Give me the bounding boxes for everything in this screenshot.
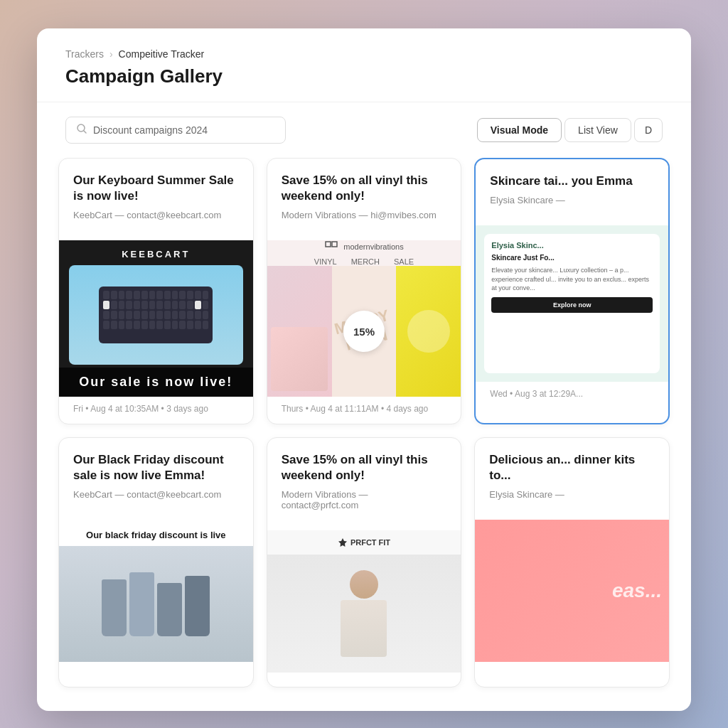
card-5-sender: Modern Vibrations — contact@prfct.com [282, 489, 447, 510]
card-3-footer: Wed • Aug 3 at 12:29A... [476, 382, 668, 409]
card-3-body: Skincare tai... you Emma Elysia Skincare… [476, 159, 668, 225]
card-skincare[interactable]: Skincare tai... you Emma Elysia Skincare… [474, 158, 670, 424]
svg-rect-2 [326, 242, 331, 247]
keebcart-logo: KEEBCART [122, 240, 190, 265]
card-6-title: Delicious an... dinner kits to... [489, 452, 655, 483]
card-1-body: Our Keyboard Summer Sale is now live! Ke… [59, 159, 253, 240]
skincare-body: Elevate your skincare... Luxury collecti… [491, 266, 653, 293]
card-2-title: Save 15% on all vinyl this weekend only! [282, 173, 447, 204]
prfct-logo: PRFCT FIT [331, 530, 397, 555]
skincare-cta[interactable]: Explore now [491, 297, 653, 313]
sale-banner: Our sale is now live! [59, 368, 253, 397]
card-3-image: Elysia Skinc... Skincare Just Fo... Elev… [476, 225, 668, 382]
card-prfct[interactable]: Save 15% on all vinyl this weekend only!… [267, 437, 462, 687]
card-4-sender: KeebCart — contact@keebcart.com [73, 489, 239, 500]
view-buttons: Visual Mode List View D [477, 118, 663, 142]
card-2-footer: Thurs • Aug 4 at 11:11AM • 4 days ago [267, 397, 461, 424]
breadcrumb-parent[interactable]: Trackers [65, 48, 104, 60]
card-vinyl-sale[interactable]: Save 15% on all vinyl this weekend only!… [267, 158, 462, 424]
card-5-body: Save 15% on all vinyl this weekend only!… [267, 438, 461, 530]
card-3-title: Skincare tai... you Emma [490, 173, 654, 189]
vinyl-content: MERRYi CAN 15% [267, 266, 461, 397]
card-2-body: Save 15% on all vinyl this weekend only!… [267, 159, 461, 240]
prfct-person [267, 555, 461, 673]
black-friday-visual: Our black friday discount is live [59, 520, 253, 662]
delicious-visual: eas... [475, 520, 669, 662]
discount-badge: 15% [343, 311, 385, 352]
gallery-grid: Our Keyboard Summer Sale is now live! Ke… [58, 158, 670, 687]
gallery: Our Keyboard Summer Sale is now live! Ke… [37, 158, 691, 709]
list-view-button[interactable]: List View [564, 118, 631, 142]
keyboard-visual: KEEBCART [59, 240, 253, 397]
toolbar: Visual Mode List View D [37, 102, 691, 158]
skincare-visual: Elysia Skinc... Skincare Just Fo... Elev… [476, 225, 668, 382]
header: Trackers › Compeitive Tracker Campaign G… [37, 28, 691, 102]
delicious-overlay: eas... [612, 579, 662, 602]
card-1-image: KEEBCART [59, 240, 253, 397]
breadcrumb-separator: › [109, 48, 113, 60]
breadcrumb: Trackers › Compeitive Tracker [65, 48, 663, 60]
card-6-sender: Elysia Skincare — [489, 489, 655, 500]
card-2-sender: Modern Vibrations — hi@mvibes.com [282, 210, 447, 220]
svg-rect-3 [332, 242, 337, 247]
search-input[interactable] [93, 124, 275, 136]
bf-text-area: Our black friday discount is live [59, 520, 253, 546]
vinyl-visual: modernvibrations VINYLMERCHSALE [267, 240, 461, 397]
visual-mode-button[interactable]: Visual Mode [477, 118, 562, 142]
card-delicious[interactable]: Delicious an... dinner kits to... Elysia… [474, 437, 670, 687]
breadcrumb-current: Compeitive Tracker [119, 48, 205, 60]
bf-headline: Our black friday discount is live [72, 530, 240, 540]
card-5-title: Save 15% on all vinyl this weekend only! [282, 452, 447, 483]
keyboard-inner [69, 265, 243, 365]
card-5-image: PRFCT FIT [267, 530, 461, 687]
vinyl-nav: VINYLMERCHSALE [314, 257, 414, 266]
card-6-body: Delicious an... dinner kits to... Elysia… [475, 438, 669, 520]
bf-clothes [59, 546, 253, 662]
card-2-image: modernvibrations VINYLMERCHSALE [267, 240, 461, 397]
card-black-friday[interactable]: Our Black Friday discount sale is now li… [58, 437, 254, 687]
skincare-headline: Skincare Just Fo... [491, 254, 653, 262]
card-1-title: Our Keyboard Summer Sale is now live! [73, 173, 239, 204]
main-window: Trackers › Compeitive Tracker Campaign G… [37, 28, 691, 711]
skincare-brand: Elysia Skinc... [491, 241, 653, 250]
search-icon [76, 123, 87, 137]
page-title: Campaign Gallery [65, 65, 663, 87]
card-4-title: Our Black Friday discount sale is now li… [73, 452, 239, 483]
svg-line-1 [84, 131, 86, 133]
card-1-footer: Fri • Aug 4 at 10:35AM • 3 days ago [59, 397, 253, 424]
prfct-visual: PRFCT FIT [267, 530, 461, 673]
skincare-inner-card: Elysia Skinc... Skincare Just Fo... Elev… [484, 234, 660, 373]
card-keyboard-sale[interactable]: Our Keyboard Summer Sale is now live! Ke… [58, 158, 254, 424]
card-4-image: Our black friday discount is live [59, 520, 253, 676]
card-3-sender: Elysia Skincare — [490, 195, 654, 205]
extra-view-button[interactable]: D [634, 118, 663, 142]
card-4-body: Our Black Friday discount sale is now li… [59, 438, 253, 520]
card-6-image: eas... [475, 520, 669, 676]
mv-logo: modernvibrations [324, 240, 403, 257]
keyboard-shape [99, 287, 213, 343]
card-1-sender: KeebCart — contact@keebcart.com [73, 210, 239, 220]
search-box[interactable] [65, 117, 286, 144]
